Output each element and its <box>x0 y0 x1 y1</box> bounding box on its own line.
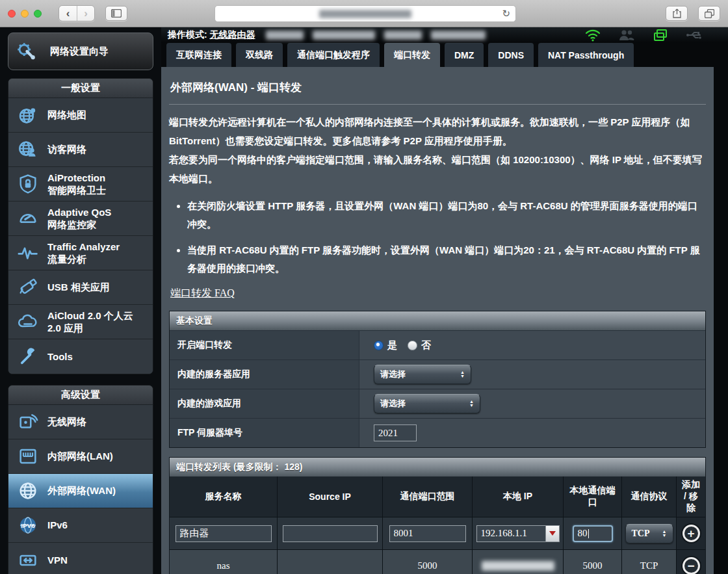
window-controls <box>8 10 42 18</box>
port-range-input[interactable] <box>389 525 466 542</box>
sidebar-item-wan[interactable]: 外部网络(WAN) <box>8 474 153 508</box>
form-row-famous-server: 内建的服务器应用 请选择 ▲ ▼ <box>170 359 705 389</box>
sidebar-toggle-button[interactable] <box>105 6 127 21</box>
form-row-enable-forwarding: 开启端口转发 是 否 <box>170 330 705 359</box>
vpn-icon <box>14 549 42 571</box>
tab-port-forwarding[interactable]: 端口转发 <box>384 43 440 67</box>
setup-wizard-icon <box>15 40 44 62</box>
firmware-info-redacted <box>266 31 304 40</box>
famous-server-select[interactable]: 请选择 ▲ ▼ <box>374 365 471 384</box>
sidebar-item-quick-setup-wizard[interactable]: 网络设置向导 <box>8 33 153 70</box>
tab-port-trigger[interactable]: 通信端口触发程序 <box>287 43 380 67</box>
sidebar-item-label: AiCloud 2.0 个人云 2.0 应用 <box>47 309 133 335</box>
tab-nat-passthrough[interactable]: NAT Passthrough <box>538 43 634 67</box>
sidebar-item-tools[interactable]: Tools <box>8 339 153 374</box>
address-bar[interactable]: ↻ <box>214 5 516 22</box>
port-forward-list-section: 端口转发列表 (最多限制： 128) 服务名称 Source IP 通信端口范围… <box>169 457 706 574</box>
wan-tab-bar: 互联网连接 双线路 通信端口触发程序 端口转发 DMZ DDNS NAT Pas… <box>161 43 728 67</box>
sidebar-item-guest-network[interactable]: 访客网络 <box>8 133 153 167</box>
sidebar-item-label: USB 相关应用 <box>47 281 110 294</box>
tab-dmz[interactable]: DMZ <box>445 43 484 67</box>
guest-clients-status-icon[interactable] <box>618 27 636 43</box>
section-header: 端口转发列表 (最多限制： 128) <box>170 458 705 476</box>
sidebar-icon <box>111 9 122 18</box>
col-header-add-delete: 添加 / 移除 <box>677 476 705 517</box>
sidebar-item-ipv6[interactable]: IPV6 IPv6 <box>8 508 153 543</box>
tab-internet-connection[interactable]: 互联网连接 <box>166 43 231 67</box>
faq-link[interactable]: 端口转发 FAQ <box>170 287 235 300</box>
tabs-icon <box>705 9 714 18</box>
back-button[interactable]: ‹ <box>59 6 77 21</box>
section-header: 基本设置 <box>170 311 705 330</box>
forward-button[interactable]: › <box>77 6 94 21</box>
tab-overview-button[interactable] <box>698 6 720 21</box>
sidebar-item-network-map[interactable]: 网络地图 <box>8 98 153 133</box>
minimize-window-button[interactable] <box>21 10 29 18</box>
wan-globe-icon <box>14 480 42 502</box>
operation-mode-link[interactable]: 无线路由器 <box>210 29 255 40</box>
refresh-icon[interactable]: ↻ <box>502 8 510 20</box>
sidebar-item-label: 无线网络 <box>47 415 86 428</box>
famous-game-select[interactable]: 请选择 ▲ ▼ <box>374 394 480 413</box>
local-port-input[interactable]: 80 <box>573 525 613 542</box>
sidebar-group-header: 高级设置 <box>8 385 153 405</box>
sidebar-item-vpn[interactable]: VPN <box>8 543 153 574</box>
tab-ddns[interactable]: DDNS <box>488 43 534 67</box>
cell-port-range: 5000 <box>383 550 473 574</box>
radio-no[interactable] <box>408 341 417 350</box>
local-ip-input[interactable] <box>476 525 545 542</box>
content-panel: 外部网络(WAN) - 端口转发 端口转发允许远程计算机在一个私人的内部网络内连… <box>161 67 714 574</box>
wifi-status-icon[interactable] <box>584 27 602 43</box>
tab-dual-wan[interactable]: 双线路 <box>236 43 283 67</box>
svg-text:IPV6: IPV6 <box>21 522 35 529</box>
sidebar-item-label: Adaptive QoS 网络监控家 <box>47 206 111 231</box>
waveform-icon <box>14 242 42 264</box>
basic-settings-section: 基本设置 开启端口转发 是 否 内建的服务器应用 请选择 <box>169 311 706 448</box>
firmware-info-redacted <box>384 31 422 40</box>
operation-mode-label: 操作模式: 无线路由器 <box>168 29 255 41</box>
protocol-select[interactable]: TCP ▲ ▼ <box>625 524 673 543</box>
add-rule-button[interactable]: + <box>682 525 700 542</box>
sidebar-item-lan[interactable]: 内部网络(LAN) <box>8 439 153 474</box>
sidebar-item-traffic-analyzer[interactable]: Traffic Analyzer 流量分析 <box>8 236 153 270</box>
router-topbar: 操作模式: 无线路由器 <box>161 27 728 43</box>
col-header-local-ip: 本地 IP <box>473 476 564 517</box>
source-ip-input[interactable] <box>283 525 378 542</box>
remove-rule-button[interactable]: − <box>682 557 700 574</box>
sidebar-item-usb-application[interactable]: USB 相关应用 <box>8 270 153 305</box>
close-window-button[interactable] <box>8 10 16 18</box>
sidebar-item-label: VPN <box>47 554 68 567</box>
note-item: 当使用 RT-AC68U 内置的 FTP 服务器功能时，设置外网（WAN 端口）… <box>187 241 706 278</box>
sidebar-item-aicloud[interactable]: AiCloud 2.0 个人云 2.0 应用 <box>8 305 153 339</box>
sidebar-group-advanced: 高级设置 无线网络 内部网络(L <box>8 385 153 574</box>
network-map-icon <box>14 104 42 126</box>
ftp-port-input[interactable] <box>374 424 417 441</box>
sidebar-item-aiprotection[interactable]: AiProtection 智能网络卫士 <box>8 167 153 202</box>
select-spinner-icon: ▲ ▼ <box>662 530 667 538</box>
radio-yes[interactable] <box>374 341 384 350</box>
form-row-famous-game: 内建的游戏应用 请选择 ▲ ▼ <box>170 389 705 418</box>
col-header-local-port: 本地通信端口 <box>564 476 622 517</box>
history-nav: ‹ › <box>58 5 95 21</box>
local-ip-dropdown-button[interactable] <box>545 525 560 542</box>
cell-source-ip <box>278 550 383 574</box>
col-header-service: 服务名称 <box>170 476 278 517</box>
firmware-info-redacted <box>431 31 486 40</box>
sidebar-item-adaptive-qos[interactable]: Adaptive QoS 网络监控家 <box>8 202 153 236</box>
browser-chrome: ‹ › ↻ <box>0 0 728 27</box>
usb-status-icon[interactable] <box>685 27 703 43</box>
col-header-protocol: 通信协议 <box>622 476 677 517</box>
sidebar: 网络设置向导 一般设置 网络地图 <box>0 27 161 574</box>
title-divider <box>169 104 706 105</box>
share-button[interactable] <box>666 6 688 21</box>
local-ip-combo <box>476 525 560 542</box>
col-header-port-range: 通信端口范围 <box>383 476 473 517</box>
note-item: 在关闭防火墙设置 HTTP 服务器，且设置外网（WAN 端口）端口为80，会与 … <box>187 197 706 233</box>
sidebar-item-label: 外部网络(WAN) <box>47 484 116 497</box>
lan-clients-status-icon[interactable] <box>651 27 670 43</box>
cell-local-port: 5000 <box>564 550 622 574</box>
guest-network-icon <box>14 138 42 161</box>
service-name-input[interactable] <box>176 525 272 542</box>
zoom-window-button[interactable] <box>34 10 42 18</box>
sidebar-item-wireless[interactable]: 无线网络 <box>8 405 153 439</box>
